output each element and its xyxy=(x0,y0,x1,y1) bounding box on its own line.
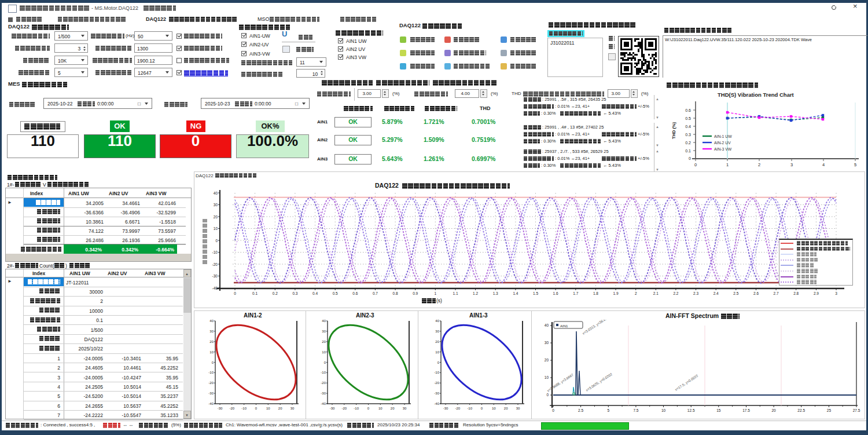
svg-text:-20: -20 xyxy=(341,407,347,410)
svg-text:0.6: 0.6 xyxy=(685,108,691,112)
svg-text:1: 1 xyxy=(434,291,436,295)
svg-text:-30: -30 xyxy=(212,274,218,278)
svg-text:10: 10 xyxy=(545,375,549,379)
svg-text:2.9: 2.9 xyxy=(814,291,819,295)
svg-text:3: 3 xyxy=(835,291,837,295)
svg-text:0: 0 xyxy=(694,162,697,167)
svg-text:x=3.0625, y=0.0202: x=3.0625, y=0.0202 xyxy=(585,372,613,392)
svg-text:0.3: 0.3 xyxy=(685,133,691,137)
svg-text:0.2: 0.2 xyxy=(273,291,278,295)
svg-text:2.5: 2.5 xyxy=(733,291,738,295)
svg-text:2.7: 2.7 xyxy=(774,291,779,295)
svg-text:-20: -20 xyxy=(434,381,439,385)
svg-text:-10: -10 xyxy=(212,250,218,254)
svg-text:2.5: 2.5 xyxy=(578,408,583,412)
svg-text:10: 10 xyxy=(435,350,439,354)
svg-text:1.5: 1.5 xyxy=(533,291,538,295)
svg-text:20: 20 xyxy=(545,358,549,362)
svg-text:10: 10 xyxy=(266,407,270,410)
svg-text:-10: -10 xyxy=(467,407,472,410)
svg-text:0.2: 0.2 xyxy=(685,141,691,145)
svg-text:20: 20 xyxy=(214,215,218,219)
svg-text:-10: -10 xyxy=(434,371,439,374)
svg-text:-30: -30 xyxy=(218,407,223,410)
svg-text:0: 0 xyxy=(215,239,218,243)
svg-text:1.8: 1.8 xyxy=(593,291,598,295)
svg-text:0.1: 0.1 xyxy=(685,149,691,153)
svg-text:3: 3 xyxy=(790,162,793,167)
svg-text:30: 30 xyxy=(545,341,549,345)
svg-text:0.4: 0.4 xyxy=(685,125,691,129)
svg-text:1: 1 xyxy=(726,162,729,167)
svg-text:10: 10 xyxy=(209,350,214,354)
svg-text:-20: -20 xyxy=(212,262,218,266)
svg-text:-10: -10 xyxy=(241,407,247,410)
svg-text:20: 20 xyxy=(435,340,439,343)
svg-text:0.9: 0.9 xyxy=(413,291,418,295)
svg-text:1.7: 1.7 xyxy=(573,291,578,295)
svg-text:AIN-3 VW: AIN-3 VW xyxy=(714,147,732,151)
svg-text:0.6: 0.6 xyxy=(352,291,358,295)
svg-text:0: 0 xyxy=(234,291,236,295)
svg-text:20: 20 xyxy=(322,340,326,343)
svg-text:0.5: 0.5 xyxy=(333,291,338,295)
svg-text:0.3: 0.3 xyxy=(292,291,297,295)
svg-text:0: 0 xyxy=(481,407,483,410)
svg-text:1.1: 1.1 xyxy=(453,291,458,295)
svg-text:2: 2 xyxy=(758,162,760,167)
svg-text:-40: -40 xyxy=(434,402,439,405)
svg-text:-40: -40 xyxy=(212,286,218,290)
svg-text:30: 30 xyxy=(403,407,407,410)
svg-text:-30: -30 xyxy=(208,392,214,395)
svg-text:40: 40 xyxy=(214,191,218,195)
svg-text:30: 30 xyxy=(322,330,326,333)
svg-text:20: 20 xyxy=(391,407,395,410)
svg-text:30: 30 xyxy=(435,330,439,333)
svg-text:4: 4 xyxy=(822,162,825,167)
svg-text:2.6: 2.6 xyxy=(753,291,759,295)
svg-text:25: 25 xyxy=(827,408,832,412)
svg-text:5: 5 xyxy=(854,162,856,167)
svg-text:x=17.5, y=0.0022: x=17.5, y=0.0022 xyxy=(674,374,699,392)
svg-text:20: 20 xyxy=(278,407,282,410)
svg-text:7.5: 7.5 xyxy=(633,408,638,412)
svg-text:0: 0 xyxy=(324,361,326,364)
svg-text:0.4: 0.4 xyxy=(312,291,318,295)
svg-text:2.8: 2.8 xyxy=(793,291,799,295)
svg-text:30: 30 xyxy=(290,407,295,410)
svg-text:AIN1: AIN1 xyxy=(560,324,568,328)
svg-text:0: 0 xyxy=(552,408,554,412)
svg-text:-20: -20 xyxy=(321,381,326,385)
svg-text:12.5: 12.5 xyxy=(687,408,695,412)
svg-text:30: 30 xyxy=(214,203,218,207)
svg-text:-30: -30 xyxy=(434,392,439,395)
svg-text:-10: -10 xyxy=(321,371,326,374)
svg-text:1.6: 1.6 xyxy=(553,291,558,295)
svg-text:-20: -20 xyxy=(208,381,214,385)
svg-text:1.9: 1.9 xyxy=(613,291,618,295)
svg-text:27.5: 27.5 xyxy=(853,408,860,412)
svg-text:0: 0 xyxy=(367,407,370,410)
svg-text:2.3: 2.3 xyxy=(693,291,698,295)
svg-text:5: 5 xyxy=(607,408,609,412)
svg-text:17.5: 17.5 xyxy=(742,408,750,412)
svg-text:30: 30 xyxy=(516,407,520,410)
svg-text:40: 40 xyxy=(209,319,214,323)
svg-text:0: 0 xyxy=(437,361,440,364)
svg-text:40: 40 xyxy=(322,319,326,323)
svg-text:10: 10 xyxy=(492,407,496,410)
svg-text:-20: -20 xyxy=(229,407,234,410)
svg-text:x=3.0313, y=36.9995: x=3.0313, y=36.9995 xyxy=(582,320,611,335)
svg-text:40: 40 xyxy=(435,319,439,323)
svg-text:22.5: 22.5 xyxy=(797,408,805,412)
svg-text:-20: -20 xyxy=(455,407,460,410)
svg-text:10: 10 xyxy=(378,407,382,410)
svg-text:-40: -40 xyxy=(321,402,326,405)
svg-text:0: 0 xyxy=(546,393,549,397)
svg-text:1.3: 1.3 xyxy=(493,291,498,295)
svg-text:1.4: 1.4 xyxy=(513,291,518,295)
svg-text:-10: -10 xyxy=(208,371,214,374)
svg-text:2.4: 2.4 xyxy=(713,291,719,295)
svg-text:2.1: 2.1 xyxy=(653,291,659,295)
svg-text:15: 15 xyxy=(716,408,721,412)
